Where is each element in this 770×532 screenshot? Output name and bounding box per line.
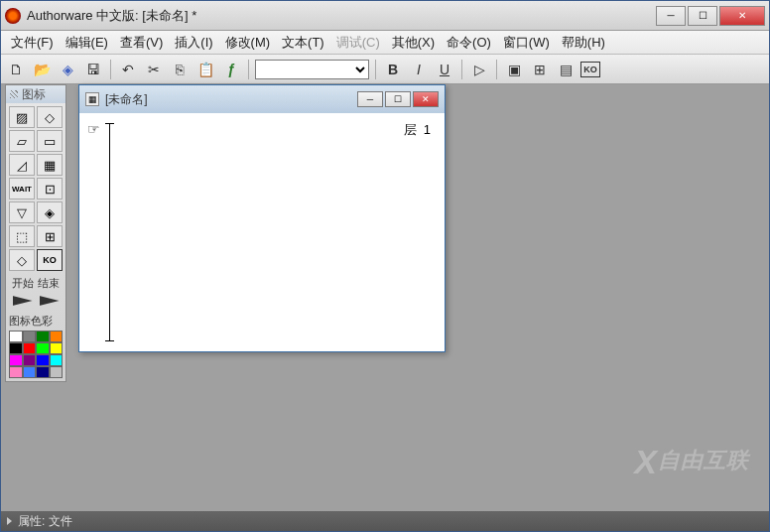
color-swatch[interactable] — [50, 342, 64, 354]
menu-w[interactable]: 窗口(W) — [497, 32, 556, 54]
window-controls: ─ ☐ ✕ — [656, 6, 765, 26]
color-swatch[interactable] — [36, 354, 50, 366]
window-title: Authorware 中文版: [未命名] * — [27, 7, 656, 25]
menubar: 文件(F)编辑(E)查看(V)插入(I)修改(M)文本(T)调试(C)其他(X)… — [1, 31, 769, 55]
color-swatch[interactable] — [23, 331, 37, 342]
calc-tool-icon[interactable]: ▽ — [9, 201, 35, 223]
doc-close-button[interactable]: ✕ — [413, 91, 439, 107]
save-icon[interactable]: 🖫 — [82, 59, 104, 80]
color-grid — [9, 331, 63, 378]
dvd-tool-icon[interactable]: ◇ — [9, 249, 35, 271]
titlebar: Authorware 中文版: [未命名] * ─ ☐ ✕ — [1, 1, 769, 31]
separator — [461, 60, 462, 79]
color-swatch[interactable] — [50, 331, 64, 342]
paste-icon[interactable]: 📋 — [194, 59, 216, 80]
color-swatch[interactable] — [23, 366, 37, 378]
hand-icon[interactable]: ☞ — [87, 121, 100, 137]
separator — [375, 60, 376, 79]
end-label: 结束 — [38, 276, 60, 291]
stop-flag-icon[interactable] — [40, 296, 60, 306]
color-swatch[interactable] — [23, 342, 37, 354]
color-swatch[interactable] — [36, 366, 50, 378]
color-swatch[interactable] — [50, 366, 64, 378]
flowline[interactable] — [109, 123, 110, 341]
layer-indicator: 层 1 — [404, 121, 431, 139]
color-swatch[interactable] — [50, 354, 64, 366]
map-tool-icon[interactable]: ◈ — [37, 201, 63, 223]
tool-grid: ▨ ◇ ▱ ▭ ◿ ▦ WAIT ⊡ ▽ ◈ ⬚ ⊞ ◇ KO — [6, 103, 65, 274]
menu-x[interactable]: 其他(X) — [386, 32, 441, 54]
decision-tool-icon[interactable]: WAIT — [9, 178, 35, 200]
color-swatch[interactable] — [9, 354, 23, 366]
menu-t[interactable]: 文本(T) — [276, 32, 330, 54]
palette-title: 图标 — [6, 85, 65, 103]
workspace: 图标 ▨ ◇ ▱ ▭ ◿ ▦ WAIT ⊡ ▽ ◈ ⬚ ⊞ ◇ KO 开始 结束 — [1, 84, 769, 511]
movie-tool-icon[interactable]: ⬚ — [9, 225, 35, 247]
framework-tool-icon[interactable]: ▦ — [37, 154, 63, 176]
color-swatch[interactable] — [36, 342, 50, 354]
cut-icon[interactable]: ✂ — [143, 59, 165, 80]
color-swatch[interactable] — [23, 354, 37, 366]
ko-icon[interactable]: KO — [580, 62, 600, 77]
sound-tool-icon[interactable]: ⊞ — [37, 225, 63, 247]
undo-icon[interactable]: ↶ — [117, 59, 139, 80]
start-flag-icon[interactable] — [13, 296, 33, 306]
doc-maximize-button[interactable]: ☐ — [385, 91, 411, 107]
doc-minimize-button[interactable]: ─ — [357, 91, 383, 107]
flag-row — [6, 293, 65, 309]
expand-icon[interactable] — [7, 517, 12, 525]
maximize-button[interactable]: ☐ — [688, 6, 717, 26]
flag-labels: 开始 结束 — [6, 274, 65, 293]
start-label: 开始 — [12, 276, 34, 291]
menu-c[interactable]: 调试(C) — [330, 32, 386, 54]
ko-tool-icon[interactable]: KO — [37, 249, 63, 271]
play-icon[interactable]: ▷ — [468, 59, 490, 80]
doc-title: [未命名] — [105, 91, 355, 108]
color-section: 图标色彩 — [6, 309, 65, 381]
separator — [496, 60, 497, 79]
interaction-tool-icon[interactable]: ⊡ — [37, 178, 63, 200]
new-icon[interactable]: 🗋 — [5, 59, 27, 80]
motion-tool-icon[interactable]: ◇ — [37, 106, 63, 128]
separator — [248, 60, 249, 79]
separator — [110, 60, 111, 79]
menu-e[interactable]: 编辑(E) — [60, 32, 114, 54]
italic-icon[interactable]: I — [408, 59, 430, 80]
icon-palette: 图标 ▨ ◇ ▱ ▭ ◿ ▦ WAIT ⊡ ▽ ◈ ⬚ ⊞ ◇ KO 开始 结束 — [5, 84, 66, 382]
menu-o[interactable]: 命令(O) — [441, 32, 497, 54]
menu-i[interactable]: 插入(I) — [169, 32, 218, 54]
functions-icon[interactable]: ⊞ — [529, 59, 551, 80]
navigate-tool-icon[interactable]: ◿ — [9, 154, 35, 176]
status-text: 属性: 文件 — [18, 513, 72, 530]
color-swatch[interactable] — [9, 331, 23, 342]
display-tool-icon[interactable]: ▨ — [9, 106, 35, 128]
copy-icon[interactable]: ⎘ — [169, 59, 191, 80]
color-swatch[interactable] — [36, 331, 50, 342]
wait-tool-icon[interactable]: ▭ — [37, 130, 63, 152]
color-swatch[interactable] — [9, 342, 23, 354]
menu-h[interactable]: 帮助(H) — [556, 32, 611, 54]
toolbar: 🗋 📂 ◈ 🖫 ↶ ✂ ⎘ 📋 ƒ B I U ▷ ▣ ⊞ ▤ KO — [1, 55, 769, 84]
menu-v[interactable]: 查看(V) — [114, 32, 169, 54]
find-icon[interactable]: ƒ — [220, 59, 242, 80]
erase-tool-icon[interactable]: ▱ — [9, 130, 35, 152]
flowline-area[interactable]: ☞ 层 1 — [79, 113, 445, 351]
save-all-icon[interactable]: ◈ — [57, 59, 78, 80]
menu-m[interactable]: 修改(M) — [219, 32, 277, 54]
bold-icon[interactable]: B — [382, 59, 404, 80]
color-swatch[interactable] — [9, 366, 23, 378]
doc-icon: ▦ — [85, 92, 99, 106]
ctrl-panel-icon[interactable]: ▣ — [503, 59, 525, 80]
doc-titlebar[interactable]: ▦ [未命名] ─ ☐ ✕ — [79, 85, 445, 113]
statusbar: 属性: 文件 — [1, 511, 769, 531]
menu-f[interactable]: 文件(F) — [5, 32, 60, 54]
style-select[interactable] — [255, 60, 369, 79]
open-icon[interactable]: 📂 — [31, 59, 53, 80]
color-label: 图标色彩 — [9, 312, 63, 331]
variables-icon[interactable]: ▤ — [555, 59, 577, 80]
app-icon — [5, 8, 21, 24]
underline-icon[interactable]: U — [434, 59, 455, 80]
minimize-button[interactable]: ─ — [656, 6, 686, 26]
close-button[interactable]: ✕ — [719, 6, 765, 26]
app-window: Authorware 中文版: [未命名] * ─ ☐ ✕ 文件(F)编辑(E)… — [0, 0, 770, 532]
